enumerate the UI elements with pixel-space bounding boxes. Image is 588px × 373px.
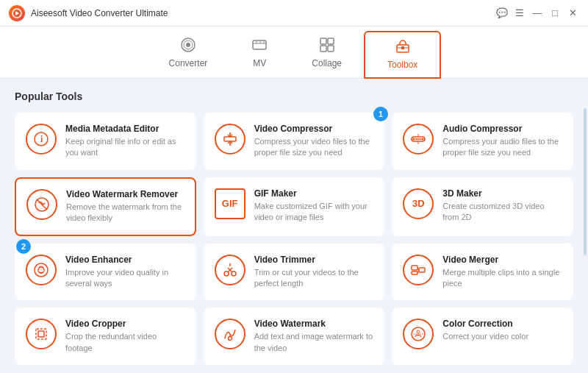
minimize-button[interactable]: — xyxy=(531,7,544,20)
svg-rect-43 xyxy=(38,331,44,337)
video-watermark-desc: Add text and image watermark to the vide… xyxy=(254,331,374,354)
section-title: Popular Tools xyxy=(15,90,573,102)
tool-card-audio-compressor[interactable]: Audio Compressor Compress your audio fil… xyxy=(392,113,573,170)
video-merger-icon xyxy=(403,255,434,285)
video-compressor-name: Video Compressor xyxy=(254,124,374,134)
scroll-bar[interactable] xyxy=(584,108,587,255)
color-correction-info: Color Correction Correct your video colo… xyxy=(442,319,562,342)
media-metadata-editor-name: Media Metadata Editor xyxy=(65,124,185,134)
color-correction-desc: Correct your video color xyxy=(442,331,562,342)
collage-icon xyxy=(319,37,335,55)
svg-rect-10 xyxy=(320,38,326,44)
video-merger-desc: Merge multiple clips into a single piece xyxy=(442,267,562,290)
tool-card-video-compressor[interactable]: Video Compressor Compress your video fil… xyxy=(204,113,385,170)
video-merger-name: Video Merger xyxy=(442,255,562,265)
title-bar: Aiseesoft Video Converter Ultimate 💬 ☰ —… xyxy=(0,0,588,26)
media-metadata-editor-desc: Keep original file info or edit as you w… xyxy=(65,136,185,159)
media-metadata-editor-icon: i xyxy=(26,124,57,154)
svg-rect-13 xyxy=(328,46,334,51)
tool-card-media-metadata-editor[interactable]: i Media Metadata Editor Keep original fi… xyxy=(15,113,196,170)
tool-card-color-correction[interactable]: Color Correction Correct your video colo… xyxy=(392,308,573,365)
window-controls: 💬 ☰ — □ ✕ xyxy=(495,7,579,20)
video-compressor-info: Video Compressor Compress your video fil… xyxy=(254,124,374,159)
video-enhancer-name: Video Enhancer xyxy=(65,255,185,265)
tool-card-video-watermark-remover[interactable]: Video Watermark Remover Remove the water… xyxy=(15,177,196,236)
svg-point-30 xyxy=(35,263,48,277)
main-content: 1 2 Popular Tools i Media Metadata Edito… xyxy=(0,79,588,373)
tool-grid: i Media Metadata Editor Keep original fi… xyxy=(15,113,573,365)
close-button[interactable]: ✕ xyxy=(566,7,579,20)
gif-maker-name: GIF Maker xyxy=(254,188,374,199)
mv-icon xyxy=(251,37,268,55)
menu-icon[interactable]: ☰ xyxy=(513,7,526,20)
audio-compressor-desc: Compress your audio files to the proper … xyxy=(442,136,562,159)
svg-rect-38 xyxy=(412,271,417,274)
3d-maker-icon: 3D xyxy=(403,188,434,219)
svg-line-29 xyxy=(37,199,47,210)
svg-rect-37 xyxy=(412,266,417,270)
tool-card-3d-maker[interactable]: 3D 3D Maker Create customized 3D video f… xyxy=(392,177,573,236)
tool-card-video-merger[interactable]: Video Merger Merge multiple clips into a… xyxy=(392,244,573,301)
video-cropper-name: Video Cropper xyxy=(65,319,185,329)
audio-compressor-name: Audio Compressor xyxy=(442,124,562,134)
tab-mv[interactable]: MV xyxy=(229,31,290,78)
video-cropper-icon xyxy=(26,319,57,349)
video-cropper-desc: Crop the redundant video footage xyxy=(65,331,185,354)
video-compressor-desc: Compress your video files to the proper … xyxy=(254,136,374,159)
gif-maker-icon: GIF xyxy=(215,188,245,219)
video-enhancer-info: Video Enhancer Improve your video qualit… xyxy=(65,255,185,290)
converter-icon xyxy=(180,37,196,55)
svg-point-3 xyxy=(186,43,190,47)
video-trimmer-info: Video Trimmer Trim or cut your videos to… xyxy=(254,255,374,290)
video-watermark-remover-icon xyxy=(26,189,57,220)
maximize-button[interactable]: □ xyxy=(548,7,562,20)
tool-card-video-cropper[interactable]: Video Cropper Crop the redundant video f… xyxy=(15,308,196,365)
toolbox-label: Toolbox xyxy=(387,60,417,70)
tool-card-video-enhancer[interactable]: Video Enhancer Improve your video qualit… xyxy=(15,244,196,301)
video-cropper-info: Video Cropper Crop the redundant video f… xyxy=(65,319,185,354)
mv-label: MV xyxy=(253,58,266,68)
chat-icon[interactable]: 💬 xyxy=(495,7,509,20)
svg-rect-11 xyxy=(328,38,334,44)
svg-point-24 xyxy=(413,138,415,141)
video-merger-info: Video Merger Merge multiple clips into a… xyxy=(442,255,562,290)
tab-toolbox[interactable]: Toolbox xyxy=(364,31,441,79)
app-title: Aiseesoft Video Converter Ultimate xyxy=(31,8,495,18)
tab-collage[interactable]: Collage xyxy=(290,31,364,78)
tab-converter[interactable]: Converter xyxy=(147,31,230,78)
tool-card-gif-maker[interactable]: GIF GIF Maker Make customized GIF with y… xyxy=(204,177,385,236)
nav-bar: Converter MV Collage xyxy=(0,26,588,79)
svg-text:i: i xyxy=(40,134,43,144)
video-compressor-icon xyxy=(215,124,245,154)
audio-compressor-info: Audio Compressor Compress your audio fil… xyxy=(442,124,562,159)
svg-rect-16 xyxy=(401,46,404,49)
video-watermark-name: Video Watermark xyxy=(254,319,374,329)
svg-point-25 xyxy=(422,138,424,141)
tool-card-video-watermark[interactable]: Video Watermark Add text and image water… xyxy=(204,308,385,365)
tool-card-video-trimmer[interactable]: Video Trimmer Trim or cut your videos to… xyxy=(204,244,385,301)
svg-point-44 xyxy=(228,337,232,341)
video-watermark-info: Video Watermark Add text and image water… xyxy=(254,319,374,354)
svg-rect-12 xyxy=(320,46,326,51)
svg-point-47 xyxy=(417,330,420,333)
collage-label: Collage xyxy=(312,58,342,68)
annotation-badge-2: 2 xyxy=(16,239,31,254)
svg-rect-39 xyxy=(419,268,425,272)
media-metadata-editor-info: Media Metadata Editor Keep original file… xyxy=(65,124,185,159)
gif-maker-desc: Make customized GIF with your video or i… xyxy=(254,201,374,224)
audio-compressor-icon xyxy=(403,124,434,154)
video-watermark-remover-desc: Remove the watermark from the video flex… xyxy=(66,202,184,224)
video-trimmer-desc: Trim or cut your videos to the perfect l… xyxy=(254,267,374,290)
converter-label: Converter xyxy=(169,58,208,68)
color-correction-name: Color Correction xyxy=(442,319,562,329)
toolbox-icon xyxy=(395,38,411,57)
svg-point-31 xyxy=(38,267,44,273)
video-trimmer-icon xyxy=(215,255,245,285)
3d-maker-desc: Create customized 3D video from 2D xyxy=(442,201,562,224)
3d-maker-name: 3D Maker xyxy=(442,188,562,199)
video-enhancer-desc: Improve your video quality in several wa… xyxy=(65,267,185,290)
app-logo xyxy=(9,5,25,21)
video-watermark-icon xyxy=(215,319,245,349)
svg-marker-1 xyxy=(15,11,19,15)
gif-maker-info: GIF Maker Make customized GIF with your … xyxy=(254,188,374,224)
